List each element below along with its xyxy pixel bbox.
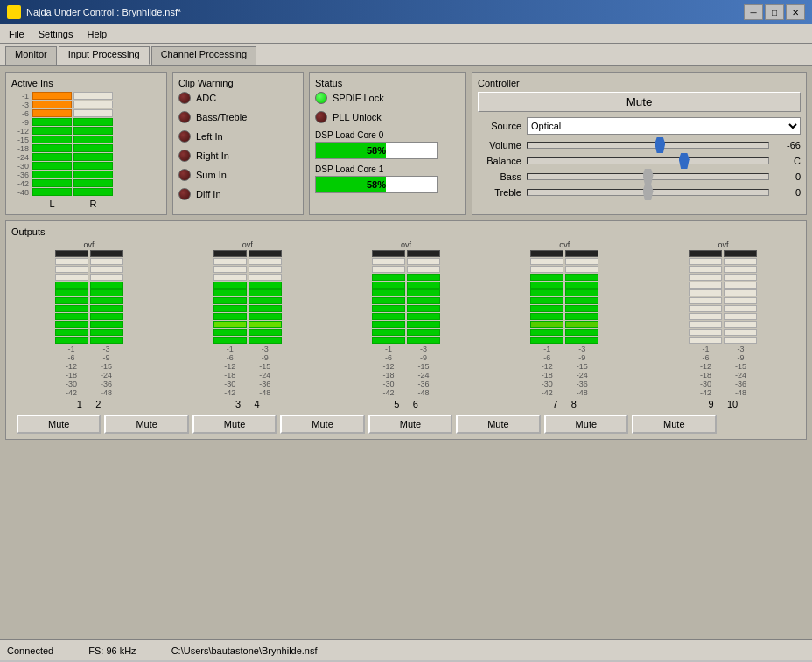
clip-warning-panel: Clip Warning ADC Bass/Treble Left In Rig…	[172, 72, 304, 215]
bass-treble-led	[178, 111, 191, 123]
maximize-button[interactable]: □	[765, 4, 784, 20]
minimize-button[interactable]: ─	[744, 4, 763, 20]
meter-seg	[32, 109, 72, 117]
clip-bass-treble: Bass/Treble	[178, 111, 298, 123]
ovf-label: ovf	[84, 240, 94, 249]
bass-treble-label: Bass/Treble	[196, 112, 247, 122]
mute-btn-4[interactable]: Mute	[280, 415, 364, 434]
meter-seg	[74, 127, 113, 135]
sum-in-led	[178, 169, 191, 181]
file-path: C:\Users\bautastone\Brynhilde.nsf	[172, 645, 318, 656]
spdif-lock-label: SPDIF Lock	[332, 93, 384, 103]
title-bar: Najda Under Control : Brynhilde.nsf* ─ □…	[0, 0, 812, 24]
mute-btn-7[interactable]: Mute	[544, 415, 628, 434]
meter-seg	[32, 118, 72, 126]
clip-left-in: Left In	[178, 130, 298, 143]
mute-btn-6[interactable]: Mute	[456, 415, 540, 434]
tab-input-processing[interactable]: Input Processing	[59, 46, 150, 65]
menu-help[interactable]: Help	[81, 28, 112, 40]
dsp-core-1-text: 58%	[367, 179, 386, 190]
source-select[interactable]: Optical Coaxial USB Analog	[527, 117, 801, 135]
volume-slider[interactable]	[527, 142, 769, 149]
dsp-core-0-text: 58%	[367, 145, 386, 156]
volume-value: -66	[774, 140, 801, 150]
treble-thumb[interactable]	[643, 185, 654, 200]
pll-unlock-led	[315, 111, 327, 123]
right-in-label: Right In	[196, 150, 229, 161]
menu-settings[interactable]: Settings	[33, 28, 79, 40]
tab-bar: Monitor Input Processing Channel Process…	[0, 44, 812, 66]
out-meters-3-4	[214, 250, 282, 344]
source-label: Source	[478, 121, 522, 131]
balance-slider[interactable]	[527, 157, 769, 164]
mute-row: Mute Mute Mute Mute Mute Mute Mute Mute	[11, 415, 801, 434]
dsp-core-0-bar: 58%	[315, 142, 438, 159]
bass-slider[interactable]	[527, 173, 769, 180]
meter-seg	[74, 179, 113, 187]
ch-num-5: 5 6	[394, 399, 418, 409]
tab-channel-processing[interactable]: Channel Processing	[151, 46, 256, 65]
meter-seg	[32, 101, 72, 108]
treble-slider[interactable]	[527, 189, 769, 196]
top-section: Active Ins -1 -3 -6 -9 -12 -15 -18 -24 -…	[5, 72, 807, 215]
output-channel-1-2: ovf	[11, 240, 166, 409]
mute-btn-8[interactable]: Mute	[632, 415, 716, 434]
meter-seg	[32, 179, 72, 187]
mute-btn-2[interactable]: Mute	[104, 415, 188, 434]
controller-mute-button[interactable]: Mute	[478, 92, 801, 112]
meter-labels: -1 -3 -6 -9 -12 -15 -18 -24 -30 -36 -42 …	[11, 92, 29, 209]
meter-seg	[74, 153, 113, 161]
meter-seg	[74, 171, 113, 178]
close-button[interactable]: ✕	[786, 4, 805, 20]
volume-thumb[interactable]	[654, 137, 665, 153]
left-channel-meter: L	[32, 92, 72, 209]
controller-title: Controller	[478, 78, 801, 88]
menu-file[interactable]: File	[4, 28, 30, 40]
ch-num-1: 1 2	[77, 399, 102, 409]
meter-seg	[32, 144, 72, 152]
balance-value: C	[774, 156, 801, 166]
meter-seg	[32, 127, 72, 135]
adc-led	[178, 92, 191, 104]
volume-label: Volume	[478, 140, 522, 150]
bass-label: Bass	[478, 171, 522, 182]
diff-in-led	[178, 188, 191, 200]
balance-label: Balance	[478, 156, 522, 166]
window-title: Najda Under Control : Brynhilde.nsf*	[26, 7, 181, 17]
output-channel-5-6: ovf	[328, 240, 483, 409]
mute-btn-1[interactable]: Mute	[17, 415, 101, 434]
status-title: Status	[315, 78, 460, 88]
treble-value: 0	[774, 187, 801, 198]
clip-sum-in: Sum In	[178, 169, 298, 181]
bass-row: Bass 0	[478, 171, 801, 182]
meter-seg	[32, 92, 72, 100]
mute-btn-3[interactable]: Mute	[192, 415, 276, 434]
treble-slider-container	[527, 189, 769, 196]
clip-adc: ADC	[178, 92, 298, 104]
output-channel-9-10: ovf	[646, 240, 801, 409]
ch-num-9: 9 10	[709, 399, 738, 409]
menu-bar: File Settings Help	[0, 24, 812, 44]
meter-seg	[74, 109, 113, 117]
mute-btn-5[interactable]: Mute	[368, 415, 452, 434]
meter-seg	[74, 118, 113, 126]
bass-thumb[interactable]	[643, 169, 654, 185]
treble-label: Treble	[478, 187, 522, 198]
balance-slider-container	[527, 157, 769, 164]
output-channel-7-8: ovf	[487, 240, 642, 409]
dsp-core-1: DSP Load Core 1 58%	[315, 164, 460, 193]
meter-seg	[32, 153, 72, 161]
connection-status: Connected	[7, 645, 53, 656]
dsp-core-0-label: DSP Load Core 0	[315, 130, 460, 140]
outputs-title: Outputs	[11, 226, 801, 237]
tab-monitor[interactable]: Monitor	[5, 46, 57, 65]
volume-slider-container	[527, 142, 769, 149]
balance-thumb[interactable]	[679, 153, 690, 169]
outputs-section: Outputs ovf	[5, 220, 807, 440]
left-in-led	[178, 130, 191, 143]
sample-rate: FS: 96 kHz	[88, 645, 136, 656]
status-bar: Connected FS: 96 kHz C:\Users\bautastone…	[0, 639, 812, 660]
spdif-lock-led	[315, 92, 327, 104]
spdif-lock-item: SPDIF Lock	[315, 92, 460, 104]
pll-unlock-item: PLL Unlock	[315, 111, 460, 123]
